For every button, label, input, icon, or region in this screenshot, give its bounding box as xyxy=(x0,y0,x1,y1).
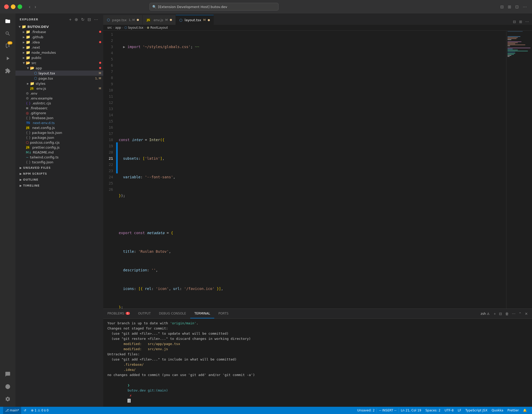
styles-arrow: ▶ xyxy=(26,82,30,85)
status-notification[interactable]: 🔔 xyxy=(521,409,529,412)
status-prettier[interactable]: Prettier xyxy=(505,409,521,412)
kill-terminal-button[interactable]: 🗑 xyxy=(504,311,510,317)
tree-item-next-config[interactable]: ▶ JS next.config.js xyxy=(15,125,103,130)
sidebar-toggle-button[interactable]: ⊟ xyxy=(499,3,505,10)
tree-item-readme[interactable]: ▶ M↓ README.md xyxy=(15,150,103,155)
tree-item-public[interactable]: ▶ 📁 public xyxy=(15,55,103,60)
activity-search[interactable] xyxy=(2,28,13,39)
tab-page-tsx[interactable]: ⬡ page.tsx 1, M xyxy=(103,15,143,25)
tree-item-node-modules[interactable]: ▶ 📁 node_modules xyxy=(15,50,103,55)
minimize-button[interactable] xyxy=(11,4,15,9)
code-editor[interactable]: 1 2 3 4 5 6 7 8 9 10 11 12 13 14 15 16 1 xyxy=(103,31,506,309)
more-button[interactable]: ⋯ xyxy=(522,3,528,10)
tree-item-firebase[interactable]: ▶ 📁 .firebase xyxy=(15,29,103,34)
panel-tab-problems[interactable]: PROBLEMS 1 xyxy=(103,309,134,318)
close-panel-button[interactable]: ✕ xyxy=(524,311,529,317)
activity-run-debug[interactable] xyxy=(2,53,13,64)
outline-section[interactable]: ▶ OUTLINE xyxy=(15,177,103,182)
status-eol[interactable]: LF xyxy=(456,409,463,412)
editor-layout-button[interactable]: ⊞ xyxy=(518,19,523,25)
activity-source-control[interactable]: 43 xyxy=(2,40,13,52)
cursor-block: | xyxy=(128,399,131,403)
tree-item-tailwind[interactable]: ▶ ~ tailwind.config.ts xyxy=(15,155,103,160)
tree-item-next[interactable]: ▶ 📁 .next xyxy=(15,45,103,50)
status-position[interactable]: Ln 21, Col 19 xyxy=(399,409,423,412)
tree-item-github[interactable]: ▶ 📁 .github xyxy=(15,34,103,40)
status-errors[interactable]: ⊗ 1 ⚠ 0 ℹ 0 xyxy=(29,407,51,414)
tree-item-firebase-json[interactable]: ▶ { } firebase.json xyxy=(15,116,103,120)
panel-tab-terminal[interactable]: TERMINAL xyxy=(190,309,214,318)
code-content[interactable]: ▶ import '~/styles/globals.css'; ~~ cons… xyxy=(118,31,506,309)
maximize-button[interactable] xyxy=(18,4,22,9)
address-bar[interactable]: 🔍 [Extension Development Host] butov.dev xyxy=(149,3,279,11)
layout-button[interactable]: ⊞ xyxy=(507,3,512,10)
split-button[interactable]: ⊡ xyxy=(514,3,520,10)
breadcrumb-file[interactable]: layout.tsx xyxy=(128,26,143,29)
split-editor-button[interactable]: ⊟ xyxy=(512,19,517,25)
terminal-content[interactable]: Your branch is up to date with 'origin/m… xyxy=(103,319,532,407)
tree-item-package-json[interactable]: ▶ { } package.json xyxy=(15,135,103,140)
tree-item-idea[interactable]: ▶ 📁 .idea xyxy=(15,40,103,45)
more-tabs-button[interactable]: ⋯ xyxy=(524,19,530,25)
status-unsaved[interactable]: Unsaved: 2 xyxy=(355,409,377,412)
collapse-button[interactable]: ⊟ xyxy=(86,17,92,22)
status-spaces[interactable]: Spaces: 2 xyxy=(423,409,442,412)
tree-item-eslintrc[interactable]: ▶ { } .eslintrc.cjs xyxy=(15,101,103,106)
breadcrumb-function[interactable]: RootLayout xyxy=(150,26,168,29)
tree-item-gitignore[interactable]: ▶ ◎ .gitignore xyxy=(15,111,103,116)
tree-item-layout-tsx[interactable]: ▶ ⬡ layout.tsx M xyxy=(15,71,103,76)
tree-item-prettier[interactable]: ▶ JS prettier.config.js xyxy=(15,145,103,150)
status-language[interactable]: TypeScript JSX xyxy=(463,409,490,412)
status-quokka[interactable]: Quokka xyxy=(489,409,505,412)
tree-item-page-tsx[interactable]: ▶ ⬡ page.tsx 1, M xyxy=(15,76,103,81)
tree-item-styles[interactable]: ▶ 📁 styles xyxy=(15,81,103,86)
activity-remote[interactable] xyxy=(2,369,13,380)
status-branch[interactable]: ⎇ main* xyxy=(3,407,21,414)
tree-item-app[interactable]: ▼ 📂 app xyxy=(15,65,103,71)
forward-button[interactable]: › xyxy=(33,4,38,10)
package-lock-icon: { } xyxy=(26,131,31,135)
panel-tab-debug-console[interactable]: DEBUG CONSOLE xyxy=(155,309,190,318)
next-label: .next xyxy=(31,45,101,49)
status-encoding[interactable]: UTF-8 xyxy=(442,409,456,412)
idea-badge xyxy=(99,41,101,43)
tree-item-env-js[interactable]: ▶ JS env.js M xyxy=(15,86,103,91)
split-terminal-button[interactable]: ⊟ xyxy=(498,311,503,317)
tree-item-env[interactable]: ▶ ⚙ .env xyxy=(15,91,103,96)
branch-icon: ⎇ xyxy=(5,409,9,412)
new-terminal-button[interactable]: + xyxy=(493,311,497,317)
new-folder-button[interactable]: ⊕ xyxy=(74,17,79,22)
activity-settings[interactable] xyxy=(2,393,13,405)
position-label: Ln 21, Col 19 xyxy=(401,409,421,412)
tree-item-postcss[interactable]: ▶ ⬡ postcss.config.cjs xyxy=(15,140,103,145)
panel-tab-output[interactable]: OUTPUT xyxy=(134,309,155,318)
activity-github[interactable] xyxy=(2,381,13,392)
activity-explorer[interactable] xyxy=(2,16,13,27)
activity-extensions[interactable] xyxy=(2,65,13,76)
breadcrumb-app[interactable]: app xyxy=(115,26,121,29)
more-terminal-button[interactable]: ⋯ xyxy=(511,311,517,317)
close-button[interactable] xyxy=(4,4,9,9)
timeline-section[interactable]: ▶ TIMELINE xyxy=(15,182,103,188)
tree-item-tsconfig[interactable]: ▶ { } tsconfig.json xyxy=(15,160,103,165)
code-line-4 xyxy=(119,99,506,106)
back-button[interactable]: ‹ xyxy=(27,4,32,10)
tree-item-firebaserc[interactable]: ▶ ≡ .firebaserc xyxy=(15,106,103,111)
npm-scripts-section[interactable]: ▶ NPM SCRIPTS xyxy=(15,171,103,177)
refresh-button[interactable]: ↻ xyxy=(80,17,85,22)
maximize-panel-button[interactable]: ⌃ xyxy=(518,311,523,317)
breadcrumb-src[interactable]: src xyxy=(107,26,112,29)
tree-item-next-env-dts[interactable]: ▶ TS next-env.d.ts xyxy=(15,120,103,125)
more-actions-button[interactable]: ⋯ xyxy=(93,17,99,22)
unsaved-files-section[interactable]: ▶ UNSAVED FILES xyxy=(15,165,103,171)
tab-env-js[interactable]: JS env.js M xyxy=(143,15,176,25)
status-sync[interactable]: ↺ xyxy=(22,407,28,414)
tree-item-package-lock[interactable]: ▶ { } package-lock.json xyxy=(15,130,103,135)
tree-item-src[interactable]: ▼ 📂 src xyxy=(15,60,103,65)
new-file-button[interactable]: + xyxy=(68,17,73,22)
panel-tab-ports[interactable]: PORTS xyxy=(214,309,233,318)
tree-item-env-example[interactable]: ▶ ⚙ .env.example xyxy=(15,96,103,101)
tab-layout-tsx[interactable]: ⬡ layout.tsx M xyxy=(176,15,214,25)
github-label: .github xyxy=(31,35,101,39)
tree-root[interactable]: ▼ 📁 BUTOV.DEV xyxy=(15,24,103,29)
